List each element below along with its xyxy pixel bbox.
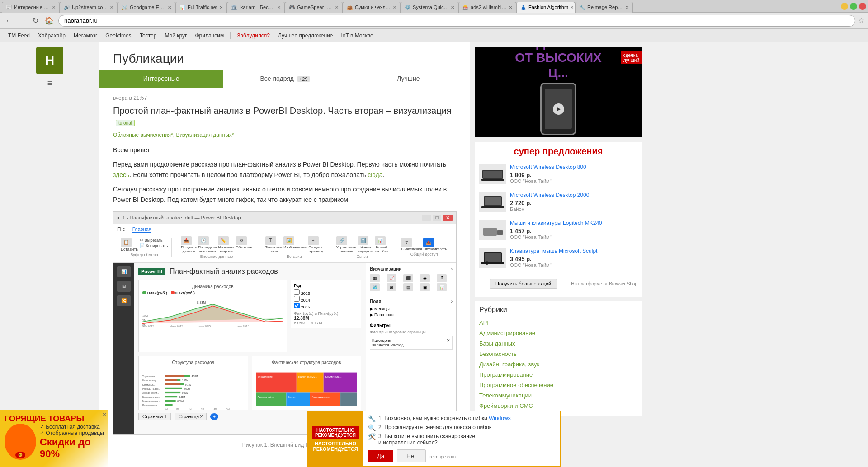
pbi-icon-paste[interactable]: 📋 xyxy=(121,238,132,247)
bookmark-zabludilsya[interactable]: Заблудился? xyxy=(233,31,274,40)
pbi-viz-matrix[interactable]: ▤ xyxy=(403,283,413,291)
pbi-copy[interactable]: 📄 Копировать xyxy=(140,243,168,248)
home-button[interactable]: 🏠 xyxy=(43,15,56,26)
tab-close-3[interactable]: ✕ xyxy=(219,5,223,10)
close-left-ad-button[interactable]: ✕ xyxy=(102,411,107,418)
rubric-security[interactable]: Безопасность xyxy=(479,349,637,359)
bookmark-megamozg[interactable]: Мегамозг xyxy=(70,31,101,40)
pbi-add-page[interactable]: + xyxy=(210,413,218,420)
tab-4[interactable]: 🏛️ Ikariam - Бесплат... ✕ xyxy=(227,2,285,13)
tab-10[interactable]: 🔧 Reimage Repair... ✕ xyxy=(575,2,633,13)
refresh-button[interactable]: ↻ xyxy=(31,15,40,26)
tab-close-1[interactable]: ✕ xyxy=(110,5,113,10)
product-name-3[interactable]: Клавиатура+мышь Microsoft Sculpt xyxy=(510,248,637,254)
rubric-programming[interactable]: Программирование xyxy=(479,369,637,380)
pbi-icon-text[interactable]: T xyxy=(265,236,276,245)
pbi-viz-map[interactable]: 🗺️ xyxy=(370,283,380,291)
tab-close-4[interactable]: ✕ xyxy=(277,5,281,10)
tab-close-9[interactable]: ✕ xyxy=(570,5,574,10)
close-button[interactable] xyxy=(859,3,866,10)
pbi-nav-data[interactable]: ⊞ xyxy=(117,281,131,292)
tab-7[interactable]: ⚙️ Systema Quick &... ✕ xyxy=(401,2,458,13)
reimage-yes-button[interactable]: Да xyxy=(368,450,393,462)
rubric-admin[interactable]: Администрирование xyxy=(479,328,637,338)
tab-close-6[interactable]: ✕ xyxy=(393,5,396,10)
pbi-icon-edit[interactable]: ✏️ xyxy=(218,236,229,245)
pbi-icon-hierarchy[interactable]: ⬆️ xyxy=(358,236,368,245)
article-tags[interactable]: Облачные вычисления*, Визуализация данны… xyxy=(113,132,457,138)
tab-interesting[interactable]: Интересные xyxy=(99,70,223,88)
product-name-2[interactable]: Мыши и клавиатуры Logitech MK240 xyxy=(510,220,637,226)
pbi-viz-kpi[interactable]: 📊 xyxy=(437,283,447,291)
tab-close-0[interactable]: ✕ xyxy=(52,5,56,10)
link-here[interactable]: здесь xyxy=(113,171,129,178)
tab-best[interactable]: Лучшие xyxy=(347,70,470,88)
pbi-icon-refresh[interactable]: ↺ xyxy=(236,236,247,245)
tab-0[interactable]: 📰 Интересные публ... ✕ xyxy=(2,2,60,13)
pbi-cut[interactable]: ✂ Вырезать xyxy=(140,238,168,243)
pbi-maximize[interactable]: □ xyxy=(433,215,441,221)
pbi-fields-arrow[interactable]: › xyxy=(451,299,453,304)
more-deals-button[interactable]: Получить больше акций xyxy=(490,279,557,289)
pbi-icon-manage[interactable]: 🔗 xyxy=(336,236,347,245)
pbi-icon-newpage[interactable]: + xyxy=(308,236,319,245)
tab-2[interactable]: ⚔️ Goodgame Empire... ✕ xyxy=(118,2,175,13)
year-2014-checkbox[interactable] xyxy=(294,296,300,302)
year-2015-checkbox[interactable] xyxy=(294,303,300,308)
pbi-page2[interactable]: Страница 2 xyxy=(175,413,207,420)
rubric-design[interactable]: Дизайн, графика, звук xyxy=(479,359,637,369)
tab-8[interactable]: 🎰 ads2.williamhill... ✕ xyxy=(458,2,516,13)
pbi-nav-report[interactable]: 📊 xyxy=(117,266,131,277)
product-name-1[interactable]: Microsoft Wireless Desktop 2000 xyxy=(510,192,637,198)
bookmark-luchshee[interactable]: Лучшее предложение xyxy=(274,31,337,40)
reimage-no-button[interactable]: Нет xyxy=(397,449,426,462)
pbi-nav-relations[interactable]: 🔀 xyxy=(117,295,131,306)
pbi-icon-publish[interactable]: 📤 xyxy=(423,238,434,247)
pbi-icon-image[interactable]: 🖼️ xyxy=(283,236,294,245)
pbi-viz-pie[interactable]: ◉ xyxy=(420,274,430,282)
bookmark-moykrug[interactable]: Мой круг xyxy=(161,31,190,40)
rubric-software[interactable]: Программное обеспечение xyxy=(479,380,637,390)
pbi-viz-table[interactable]: ⊞ xyxy=(387,283,396,291)
pbi-minimize[interactable]: ─ xyxy=(422,215,431,221)
maximize-button[interactable] xyxy=(850,3,857,10)
play-button[interactable]: ▶ xyxy=(553,103,564,115)
tab-all[interactable]: Все подряд +29 xyxy=(223,70,346,88)
pbi-icon-calc[interactable]: ∑ xyxy=(401,238,412,247)
forward-button[interactable]: → xyxy=(17,16,28,26)
hamburger-menu-icon[interactable]: ≡ xyxy=(0,79,99,88)
pbi-field-plan-icon[interactable]: ▶ xyxy=(370,313,373,317)
pbi-page1[interactable]: Страница 1 xyxy=(138,413,171,420)
address-bar[interactable] xyxy=(58,15,855,27)
pbi-viz-area[interactable]: ⬛ xyxy=(403,274,413,282)
back-button[interactable]: ← xyxy=(4,16,14,26)
tab-9[interactable]: 👗 Fashion Algorithm ✕ xyxy=(516,2,575,13)
bookmark-tmfeed[interactable]: TM Feed xyxy=(5,31,33,40)
pbi-close[interactable]: ✕ xyxy=(443,215,453,221)
minimize-button[interactable] xyxy=(841,3,848,10)
bookmark-habr[interactable]: Хабрахабр xyxy=(34,31,69,40)
tab-3[interactable]: 📊 FullTraffic.net ✕ xyxy=(175,2,227,13)
tab-close-8[interactable]: ✕ xyxy=(509,5,512,10)
pbi-menu-glavnaya[interactable]: Главная xyxy=(132,226,151,233)
pbi-viz-scatter[interactable]: ⠿ xyxy=(437,274,447,282)
pbi-menu-file[interactable]: File xyxy=(117,226,125,233)
bottom-left-ad[interactable]: ✕ ГОРЯЩИЕ ТОВАРЫ 😊 ✓ Бесплатная доставка… xyxy=(0,410,108,467)
pbi-expand-icon[interactable]: ▶ xyxy=(370,307,373,311)
rubric-db[interactable]: Базы данных xyxy=(479,338,637,349)
tab-6[interactable]: 👜 Сумки и чехлы да... ✕ xyxy=(343,2,401,13)
pbi-viz-card[interactable]: ▣ xyxy=(420,283,430,291)
pbi-filter-remove[interactable]: ✕ xyxy=(447,338,450,343)
bookmark-toster[interactable]: Тостер xyxy=(136,31,160,40)
rubric-api[interactable]: API xyxy=(479,318,637,328)
tab-close-5[interactable]: ✕ xyxy=(335,5,339,10)
product-name-0[interactable]: Microsoft Wireless Desktop 800 xyxy=(510,164,637,170)
rubric-telecom[interactable]: Телекоммуникации xyxy=(479,390,637,401)
tab-close-2[interactable]: ✕ xyxy=(168,5,171,10)
tab-5[interactable]: 🎮 GameSpear - Free... ✕ xyxy=(285,2,343,13)
tab-close-10[interactable]: ✕ xyxy=(625,5,629,10)
reimage-link-windows[interactable]: Windows xyxy=(489,415,511,421)
pbi-viz-arrow[interactable]: › xyxy=(451,266,453,271)
pbi-icon-getdata[interactable]: 📥 xyxy=(181,236,192,245)
pbi-viz-bar[interactable]: ▦ xyxy=(370,274,380,282)
